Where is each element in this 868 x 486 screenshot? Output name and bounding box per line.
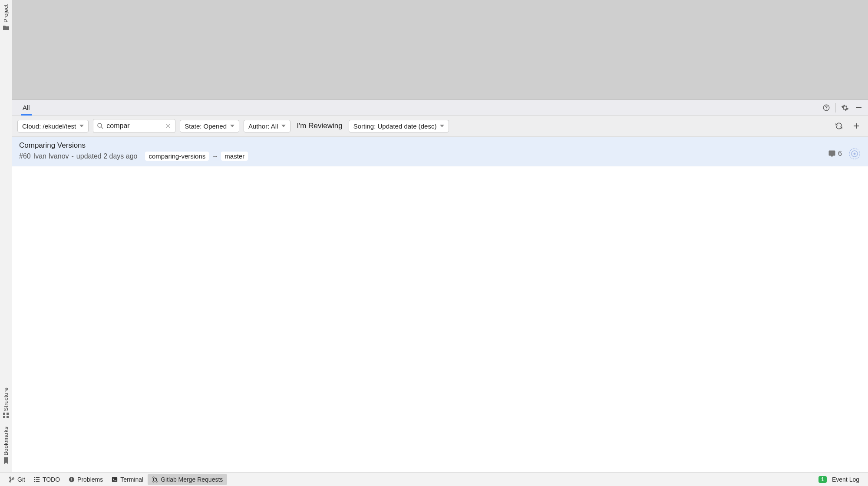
svg-rect-28 [112,477,117,482]
branch-icon [9,476,15,483]
merge-request-subtitle: #60 Ivan Ivanov - updated 2 days ago com… [19,152,823,161]
svg-rect-1 [7,413,9,415]
merge-request-author: Ivan Ivanov [33,152,69,160]
refresh-button[interactable] [832,119,845,132]
svg-rect-26 [71,478,72,479]
rail-item-structure[interactable]: Structure [3,387,9,419]
status-bar: Git TODO Problems Terminal Gitlab Merge … [0,472,868,486]
state-dropdown-label: State: Opened [185,122,227,130]
refresh-icon [835,122,843,130]
settings-button[interactable] [838,101,851,114]
merge-request-list: Comparing Versions #60 Ivan Ivanov - upd… [12,137,868,472]
add-button[interactable] [850,119,863,132]
rail-item-project[interactable]: Project [3,4,10,31]
tab-label: All [23,104,30,111]
svg-rect-20 [36,477,40,477]
merge-request-id: #60 [19,152,31,160]
merge-request-row[interactable]: Comparing Versions #60 Ivan Ivanov - upd… [12,137,868,166]
terminal-icon [112,476,118,483]
svg-point-29 [153,477,154,478]
svg-rect-24 [36,481,40,481]
sorting-dropdown-label: Sorting: Updated date (desc) [353,122,437,130]
separator: - [72,152,74,160]
rail-item-bookmarks[interactable]: Bookmarks [3,426,9,464]
merge-request-meta: 6 [823,141,861,160]
rail-label-structure: Structure [3,387,9,411]
svg-rect-0 [3,413,5,415]
chevron-down-icon [440,125,444,127]
author-dropdown[interactable]: Author: All [244,120,290,132]
statusbar-event-log-label: Event Log [832,476,859,483]
search-input[interactable] [106,122,164,130]
im-reviewing-label: I'm Reviewing [297,122,342,130]
panel-tabs-row: All [12,100,868,116]
source-branch-pill: comparing-versions [145,152,209,161]
svg-line-8 [101,127,103,129]
chevron-down-icon [79,125,84,127]
svg-point-16 [10,477,11,478]
divider [835,103,836,112]
statusbar-terminal[interactable]: Terminal [107,474,148,485]
clear-search-button[interactable] [164,122,172,129]
plus-icon [853,122,860,129]
sorting-dropdown[interactable]: Sorting: Updated date (desc) [349,120,449,132]
svg-point-5 [826,109,826,109]
svg-point-7 [98,123,102,127]
comments-count: 6 [828,150,842,158]
tab-all[interactable]: All [17,100,35,115]
rail-label-project: Project [3,4,9,23]
statusbar-terminal-label: Terminal [120,476,143,483]
merge-request-main: Comparing Versions #60 Ivan Ivanov - upd… [19,141,823,161]
im-reviewing-filter[interactable]: I'm Reviewing [295,122,344,130]
statusbar-todo-label: TODO [43,476,60,483]
statusbar-todo[interactable]: TODO [30,474,64,485]
arrow-right-icon: → [211,152,218,160]
list-icon [34,476,40,483]
svg-point-23 [34,481,35,482]
svg-point-18 [13,477,14,479]
svg-rect-2 [3,416,5,418]
author-dropdown-label: Author: All [248,122,278,130]
chevron-down-icon [281,125,286,127]
merge-request-title: Comparing Versions [19,141,823,150]
left-tool-rail: Project Structure Bookmarks [0,0,12,472]
statusbar-event-log[interactable]: 1 Event Log [814,474,864,485]
target-branch-pill: master [221,152,248,161]
merge-requests-panel: All [12,100,868,472]
filters-toolbar: Cloud: /ekudel/test [12,116,868,137]
statusbar-git-label: Git [17,476,25,483]
help-icon [822,104,830,112]
statusbar-git[interactable]: Git [4,474,30,485]
comments-number: 6 [838,150,842,158]
statusbar-gitlab-mr-label: Gitlab Merge Requests [161,476,223,483]
statusbar-gitlab-mr[interactable]: Gitlab Merge Requests [148,474,227,485]
main-area: All [12,0,868,472]
statusbar-problems-label: Problems [77,476,103,483]
svg-point-31 [156,480,157,482]
chevron-down-icon [230,125,234,127]
folder-icon [3,24,10,31]
svg-point-19 [34,477,35,478]
minimize-icon [855,104,862,111]
state-dropdown[interactable]: State: Opened [180,120,239,132]
statusbar-problems[interactable]: Problems [64,474,107,485]
svg-point-21 [34,479,35,479]
svg-point-30 [153,480,154,482]
editor-empty-area [12,0,868,100]
svg-point-17 [10,480,11,482]
bookmark-icon [3,457,9,464]
hide-panel-button[interactable] [852,101,865,114]
svg-point-15 [854,153,856,155]
cloud-dropdown[interactable]: Cloud: /ekudel/test [17,120,89,132]
event-log-badge: 1 [818,476,827,483]
structure-icon [3,413,9,419]
close-icon [165,123,171,129]
warning-icon [69,476,75,483]
help-button[interactable] [820,101,833,114]
rail-label-bookmarks: Bookmarks [3,426,9,456]
merge-request-updated: updated 2 days ago [76,152,138,160]
pipeline-status-icon [848,147,861,160]
gear-icon [841,104,849,112]
search-icon [97,122,104,129]
search-box[interactable] [93,119,175,133]
